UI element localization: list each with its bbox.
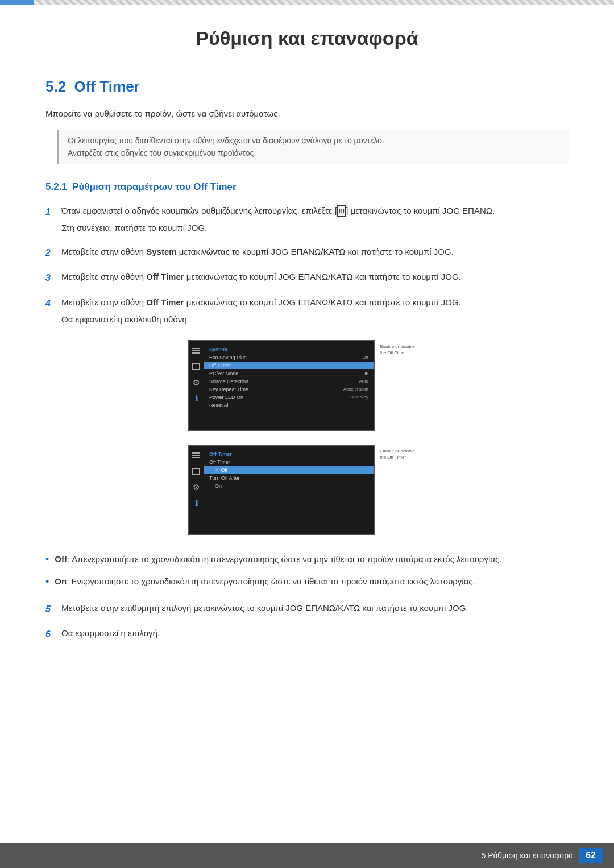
main-title: Ρύθμιση και επαναφορά (45, 27, 569, 49)
intro-paragraph: Μπορείτε να ρυθμίσετε το προϊόν, ώστε να… (45, 107, 569, 121)
step1-text: Όταν εμφανιστεί ο οδηγός κουμπιών ρυθμιζ… (61, 206, 495, 215)
screen1-side-help: Enable or disable the Off Timer. (375, 340, 426, 431)
screen1-display: ⚙ ℹ System Eco Saving Plus Off (188, 340, 375, 431)
info-icon: ℹ (191, 393, 201, 404)
step2-bold: System (146, 247, 176, 256)
screen2-side-help: Enable or disable the Off Timer. (375, 445, 426, 535)
screen2-display: ⚙ ℹ Off Timer Off Timer ✓ Off (188, 445, 375, 535)
osd-row-keyrepeat: Key Repeat Time Acceleration (204, 385, 374, 393)
osd-sub-turnoffafter: Turn Off After (204, 474, 374, 482)
screen1-icons: ⚙ ℹ (189, 341, 204, 430)
steps-list: 1 Όταν εμφανιστεί ο οδηγός κουμπιών ρυθμ… (45, 204, 569, 326)
gear-icon2: ⚙ (191, 482, 201, 492)
step-2: 2 Μεταβείτε στην οθόνη System μετακινώντ… (45, 245, 569, 260)
step4-bold: Off Timer (146, 297, 184, 307)
osd-row-source: Source Detection Auto (204, 377, 374, 385)
step5-content: Μεταβείτε στην επιθυμητή επιλογή μετακιν… (61, 601, 569, 615)
page-content: Ρύθμιση και επαναφορά 5.2 Off Timer Μπορ… (0, 5, 614, 699)
step3-bold: Off Timer (146, 272, 184, 281)
step-4: 4 Μεταβείτε στην οθόνη Off Timer μετακιν… (45, 296, 569, 326)
screen1-osd: System Eco Saving Plus Off Off Timer PC/… (204, 341, 374, 430)
screen2-monitor: ⚙ ℹ Off Timer Off Timer ✓ Off (188, 445, 426, 535)
bullet-list: • Off: Απενεργοποιήστε το χρονοδιακόπτη … (45, 553, 569, 590)
subsection-title: 5.2.1 Ρύθμιση παραμέτρων του Off Timer (45, 181, 569, 193)
info-icon2: ℹ (191, 498, 201, 508)
osd-option-on: On (204, 482, 374, 490)
screen1-header: System (204, 346, 374, 354)
step-3: 3 Μεταβείτε στην οθόνη Off Timer μετακιν… (45, 270, 569, 285)
footer-text: 5 Ρύθμιση και επαναφορά (482, 851, 574, 860)
note-box: Οι λειτουργίες που διατίθενται στην οθόν… (57, 130, 569, 164)
osd-row-offtimer: Off Timer (204, 362, 374, 369)
top-bar (0, 0, 614, 5)
screen2-osd: Off Timer Off Timer ✓ Off Turn Off After… (204, 446, 374, 534)
osd-row-pcav: PC/AV Mode ▶ (204, 369, 374, 377)
footer: 5 Ρύθμιση και επαναφορά 62 (0, 843, 614, 868)
step1-note: Στη συνέχεια, πατήστε το κουμπί JOG. (61, 221, 569, 235)
step6-content: Θα εφαρμοστεί η επιλογή. (61, 626, 569, 640)
screen2-header: Off Timer (204, 450, 374, 458)
note-line1: Οι λειτουργίες που διατίθενται στην οθόν… (68, 134, 559, 147)
bullet-on: • On: Ενεργοποιήστε το χρονοδιακόπτη απε… (45, 575, 569, 590)
note-line2: Ανατρέξτε στις οδηγίες του συγκεκριμένου… (68, 147, 559, 159)
bullet-on-text: On: Ενεργοποιήστε το χρονοδιακόπτη απενε… (55, 575, 475, 588)
screen2-icons: ⚙ ℹ (189, 446, 204, 534)
step4-note: Θα εμφανιστεί η ακόλουθη οθόνη. (61, 313, 569, 326)
step-5: 5 Μεταβείτε στην επιθυμητή επιλογή μετακ… (45, 601, 569, 617)
top-bar-accent (0, 0, 34, 5)
display-icon2 (191, 466, 201, 476)
bullet-off-text: Off: Απενεργοποιήστε το χρονοδιακόπτη απ… (55, 553, 501, 566)
gear-icon: ⚙ (191, 377, 201, 388)
screen1-monitor: ⚙ ℹ System Eco Saving Plus Off (188, 340, 426, 431)
footer-page-number: 62 (579, 848, 603, 863)
osd-row-eco: Eco Saving Plus Off (204, 354, 374, 362)
menu-icon (191, 346, 201, 356)
osd-option-off: ✓ Off (204, 466, 374, 474)
bullet-off: • Off: Απενεργοποιήστε το χρονοδιακόπτη … (45, 553, 569, 568)
osd-row-resetall: Reset All (204, 401, 374, 409)
section-title: 5.2 Off Timer (45, 78, 569, 95)
osd-sub-offtimer: Off Timer (204, 458, 374, 466)
display-icon (191, 362, 201, 372)
screens-container: ⚙ ℹ System Eco Saving Plus Off (45, 340, 569, 535)
step-6: 6 Θα εφαρμοστεί η επιλογή. (45, 626, 569, 642)
steps-list-2: 5 Μεταβείτε στην επιθυμητή επιλογή μετακ… (45, 601, 569, 642)
osd-row-powerled: Power LED On Stand-by (204, 393, 374, 401)
step-1: 1 Όταν εμφανιστεί ο οδηγός κουμπιών ρυθμ… (45, 204, 569, 235)
menu-icon2 (191, 450, 201, 460)
